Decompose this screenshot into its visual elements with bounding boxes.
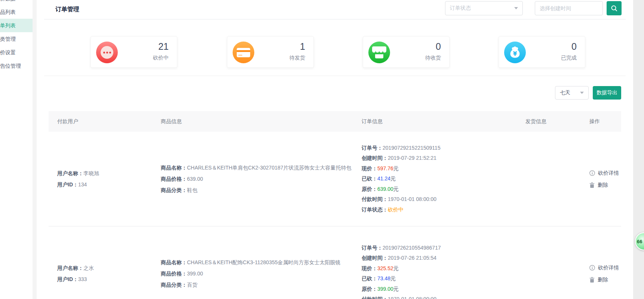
trash-icon (589, 277, 595, 283)
page-title: 订单管理 (55, 0, 79, 19)
order-status: 订单状态：砍价中 (362, 205, 517, 215)
actions-cell: 砍价详情 删除 (581, 132, 621, 226)
range-select-value: 七天 (560, 89, 570, 96)
stat-label: 待发货 (289, 55, 305, 61)
search-button[interactable] (607, 1, 622, 15)
order-status-select[interactable]: 订单状态 (445, 1, 523, 15)
stat-card-to-ship: 1 待发货 (227, 36, 314, 68)
user-id: 用户ID：134 (57, 179, 152, 190)
stat-value: 21 (158, 41, 169, 52)
user-name: 用户名称：之水 (57, 262, 152, 274)
order-cell: 订单号：20190729215221509115 创建时间：2019-07-29… (353, 132, 517, 226)
order-admin-app: 砍价数据 商品列表 订单列表 分类管理 砍价设置 广告位管理 订单管理 订单状态 (0, 0, 644, 299)
info-icon (589, 265, 595, 271)
order-pay-time: 付款时间：1970-01-01 08:00:00 (362, 194, 517, 205)
table-row: 用户名称：李晓旭 用户ID：134 商品名称：CHARLES＆KEITH单肩包C… (49, 132, 621, 226)
column-header-product: 商品信息 (152, 118, 353, 125)
info-icon (589, 170, 595, 176)
user-name: 用户名称：李晓旭 (57, 168, 152, 179)
product-category: 商品分类：百货 (161, 279, 353, 290)
stat-value: 0 (436, 41, 441, 52)
payer-cell: 用户名称：之水 用户ID：333 (49, 226, 152, 299)
order-current-price: 现价：597.76元 (362, 164, 517, 174)
floating-badge[interactable]: 66 (635, 232, 644, 250)
trash-icon (589, 182, 595, 188)
stat-card-completed: ¥ 0 已完成 (499, 36, 585, 68)
product-cell: 商品名称：CHARLES＆KEITH配饰CK3-11280355金属时尚方形女士… (152, 226, 353, 299)
order-no: 订单号：20190726210554986717 (362, 243, 517, 253)
table-row: 用户名称：之水 用户ID：333 商品名称：CHARLES＆KEITH配饰CK3… (49, 226, 621, 299)
sidebar-item-bargain-data[interactable]: 砍价数据 (0, 0, 33, 5)
bank-card-icon (233, 42, 254, 63)
shipping-cell (517, 132, 581, 226)
order-original-price: 原价：639.00元 (362, 184, 517, 195)
stat-label: 砍价中 (153, 55, 169, 61)
sidebar-item-ad-manage[interactable]: 广告位管理 (0, 59, 33, 73)
order-pay-time: 付款时间：1970-01-01 08:00:00 (362, 294, 517, 299)
sidebar-item-bargain-settings[interactable]: 砍价设置 (0, 46, 33, 59)
stat-card-to-receive: 0 待收货 (363, 36, 450, 68)
page-header: 订单管理 订单状态 (44, 0, 626, 19)
shipping-cell (517, 226, 581, 299)
sidebar-item-order-list[interactable]: 订单列表 (0, 19, 33, 32)
stat-value: 1 (300, 41, 305, 52)
section-divider (44, 76, 626, 76)
stat-card-bargaining: 21 砍价中 (91, 36, 177, 68)
shop-icon (368, 42, 390, 63)
orders-table: 付款用户 商品信息 订单信息 发货信息 操作 用户名称：李晓旭 用户ID：134… (49, 111, 621, 299)
product-cell: 商品名称：CHARLES＆KEITH单肩包CK2-30270187片状流苏饰女士… (152, 132, 353, 226)
column-header-order: 订单信息 (353, 118, 517, 125)
delete-button[interactable]: 删除 (589, 181, 621, 189)
product-category: 商品分类：鞋包 (161, 184, 353, 196)
bargain-detail-button[interactable]: 砍价详情 (589, 169, 621, 177)
create-time-input[interactable] (535, 1, 603, 15)
bargain-detail-button[interactable]: 砍价详情 (589, 264, 621, 271)
sidebar-divider (33, 0, 37, 299)
order-original-price: 原价：399.00元 (362, 284, 517, 295)
range-select[interactable]: 七天 (555, 86, 589, 100)
product-name: 商品名称：CHARLES＆KEITH配饰CK3-11280355金属时尚方形女士… (161, 257, 353, 268)
user-id: 用户ID：333 (57, 274, 152, 285)
chevron-down-icon (514, 7, 518, 9)
order-created: 创建时间：2019-07-29 21:52:21 (362, 153, 517, 164)
chevron-down-icon (580, 92, 584, 94)
product-price: 商品价格：639.00 (161, 173, 353, 184)
payer-cell: 用户名称：李晓旭 用户ID：134 (49, 132, 152, 226)
order-cell: 订单号：20190726210554986717 创建时间：2019-07-26… (353, 226, 517, 299)
column-header-payer: 付款用户 (49, 118, 152, 125)
order-status-placeholder: 订单状态 (450, 5, 471, 12)
column-header-actions: 操作 (581, 118, 621, 125)
delete-button[interactable]: 删除 (589, 276, 621, 283)
sidebar-menu: 砍价数据 商品列表 订单列表 分类管理 砍价设置 广告位管理 (0, 0, 33, 73)
stat-value: 0 (571, 41, 577, 52)
order-cut-amount: 已砍：41.24元 (362, 174, 517, 184)
column-header-shipping: 发货信息 (517, 118, 581, 125)
order-cut-amount: 已砍：73.48元 (362, 274, 517, 284)
stat-label: 待收货 (425, 55, 441, 61)
order-created: 创建时间：2019-07-26 21:05:54 (362, 253, 517, 263)
export-button[interactable]: 数据导出 (593, 86, 621, 100)
sidebar-item-category-manage[interactable]: 分类管理 (0, 32, 33, 46)
order-no: 订单号：20190729215221509115 (362, 143, 517, 153)
main-content: 订单管理 订单状态 21 砍价中 1 待发货 (37, 0, 633, 299)
table-header: 付款用户 商品信息 订单信息 发货信息 操作 (49, 111, 621, 132)
order-current-price: 现价：325.52元 (362, 263, 517, 274)
sidebar: 砍价数据 商品列表 订单列表 分类管理 砍价设置 广告位管理 (0, 0, 33, 299)
svg-text:¥: ¥ (513, 51, 517, 57)
chat-dots-icon (96, 42, 118, 63)
product-name: 商品名称：CHARLES＆KEITH单肩包CK2-30270187片状流苏饰女士… (161, 162, 353, 173)
search-icon (610, 4, 618, 12)
money-bag-icon: ¥ (504, 42, 526, 63)
sidebar-item-product-list[interactable]: 商品列表 (0, 5, 33, 19)
actions-cell: 砍价详情 删除 (581, 226, 621, 299)
stat-label: 已完成 (561, 55, 577, 61)
product-price: 商品价格：399.00 (161, 268, 353, 279)
